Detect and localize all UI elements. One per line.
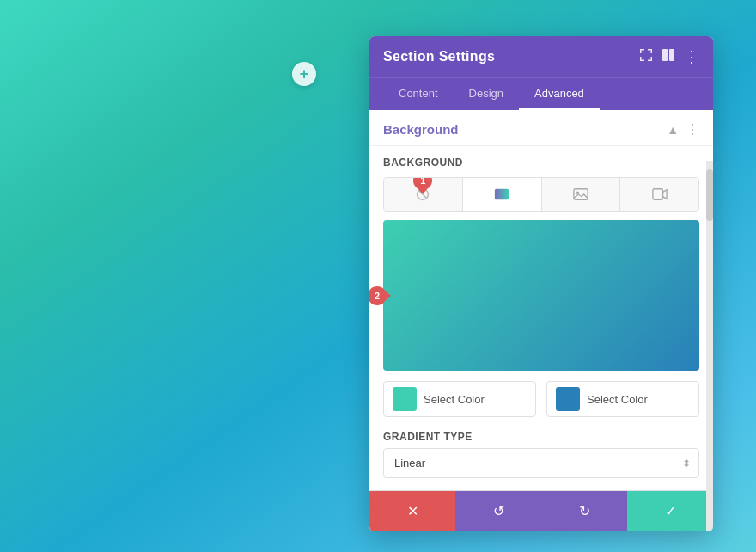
tab-advanced[interactable]: Advanced [519,78,600,110]
section-more-icon[interactable]: ⋮ [686,123,699,137]
background-type-tabs: 1 [383,177,699,212]
bg-type-video[interactable] [620,178,698,211]
gradient-preview: 2 [383,220,699,371]
svg-rect-0 [662,49,668,61]
background-section-header: Background ▲ ⋮ [369,110,713,146]
step-badge-2: 2 [369,286,387,305]
scrollbar-track[interactable] [706,161,713,531]
gradient-type-select-wrap: Linear Radial Conic ⬍ [383,448,699,478]
bg-type-gradient[interactable] [463,178,542,211]
panel-footer: ✕ ↺ ↻ ✓ [369,490,713,531]
svg-rect-4 [495,189,509,200]
tab-content[interactable]: Content [383,78,454,110]
section-settings-panel: Section Settings ⋮ Content Design Advanc… [369,36,713,531]
svg-rect-5 [574,189,588,200]
panel-body: Background ▲ ⋮ Background 1 [369,110,713,531]
cancel-button[interactable]: ✕ [369,491,455,531]
scrollbar-thumb[interactable] [706,169,713,221]
confirm-button[interactable]: ✓ [627,491,713,531]
tab-design[interactable]: Design [454,78,519,110]
color-picker-start-label: Select Color [424,393,485,406]
columns-icon[interactable] [662,48,675,65]
plus-icon: + [300,65,309,83]
bg-type-image[interactable] [542,178,621,211]
panel-title: Section Settings [383,49,495,64]
add-section-button[interactable]: + [292,62,316,86]
color-swatch-start [393,387,417,411]
panel-header: Section Settings ⋮ [369,36,713,77]
svg-rect-7 [653,189,663,200]
svg-rect-1 [669,49,674,61]
expand-icon[interactable] [639,48,653,65]
color-swatch-end [556,387,580,411]
header-actions: ⋮ [639,48,699,65]
section-header-icons: ▲ ⋮ [667,123,699,137]
section-title: Background [383,122,459,137]
color-picker-end-label: Select Color [587,393,648,406]
color-pickers-row: Select Color Select Color [383,381,699,417]
color-picker-start[interactable]: Select Color [383,381,536,417]
reset-button[interactable]: ↺ [455,491,541,531]
more-vertical-icon[interactable]: ⋮ [684,49,699,64]
color-picker-end[interactable]: Select Color [546,381,699,417]
bg-type-none[interactable]: 1 [384,178,463,211]
collapse-icon[interactable]: ▲ [667,123,679,137]
gradient-type-label: Gradient Type [369,427,713,448]
redo-button[interactable]: ↻ [541,491,627,531]
panel-tabs: Content Design Advanced [369,77,713,110]
gradient-type-select[interactable]: Linear Radial Conic [383,448,699,478]
background-field-label: Background [369,146,713,174]
